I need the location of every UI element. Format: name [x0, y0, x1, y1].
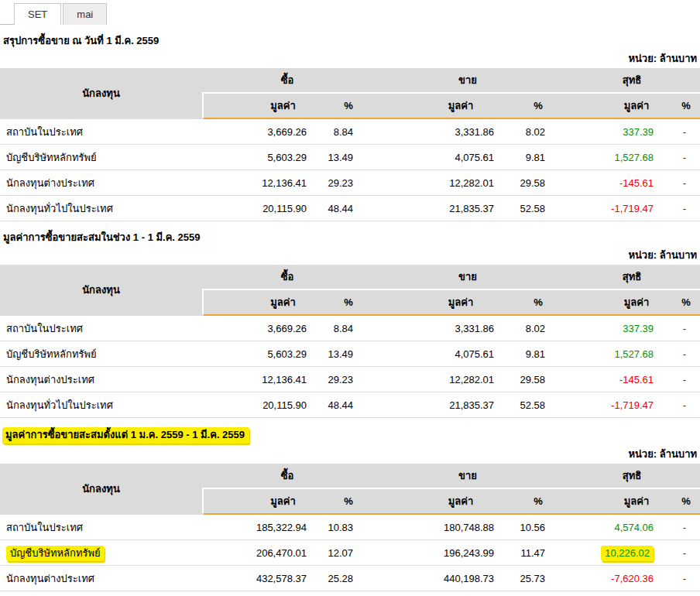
net-percent-cell: - [672, 514, 700, 540]
buy-value-cell: 12,136.41 [203, 367, 325, 392]
net-percent-cell: - [672, 566, 700, 591]
sections: สรุปการซื้อขาย ณ วันที่ 1 มี.ค. 2559 หน่… [0, 34, 700, 596]
col-header-net-percent: % [672, 488, 700, 514]
unit-label: หน่วย: ล้านบาท [0, 249, 697, 262]
investor-type-cell: นักลงทุนทั่วไปในประเทศ [0, 591, 203, 596]
net-value-cell: -1,719.47 [564, 392, 672, 418]
investor-type-cell: สถาบันในประเทศ [0, 118, 203, 145]
investor-type-cell: นักลงทุนทั่วไปในประเทศ [0, 196, 203, 221]
col-header-sell-value: มูลค่า [372, 93, 513, 118]
table-header: นักลงทุน ซื้อ ขาย สุทธิ มูลค่า % มูลค่า … [0, 464, 700, 514]
sell-value-cell: 3,331.86 [372, 118, 513, 145]
tab-bar: SET mai [0, 2, 700, 25]
net-percent-cell: - [672, 145, 700, 170]
net-value-cell: 4,574.06 [564, 514, 672, 540]
col-header-net: สุทธิ [564, 464, 700, 488]
table-row: สถาบันในประเทศ 3,669.26 8.84 3,331.86 8.… [0, 315, 700, 341]
col-header-net-value: มูลค่า [564, 488, 672, 514]
sell-value-cell: 180,748.88 [372, 514, 513, 540]
investor-trading-table: นักลงทุน ซื้อ ขาย สุทธิ มูลค่า % มูลค่า … [0, 464, 700, 596]
buy-value-cell: 185,322.94 [203, 514, 325, 540]
trading-summary-section: มูลค่าการซื้อขายสะสมในช่วง 1 - 1 มี.ค. 2… [0, 231, 700, 418]
investor-type-text: นักลงทุนต่างประเทศ [6, 573, 94, 584]
buy-percent-cell: 48.44 [325, 196, 372, 221]
investor-type-text: นักลงทุนต่างประเทศ [6, 374, 94, 385]
table-row: นักลงทุนต่างประเทศ 12,136.41 29.23 12,28… [0, 170, 700, 196]
buy-value-cell: 432,578.37 [203, 566, 325, 591]
investor-type-text: สถาบันในประเทศ [6, 126, 83, 138]
buy-percent-cell: 8.84 [325, 315, 372, 341]
sell-percent-cell: 8.02 [513, 118, 564, 145]
unit-label: หน่วย: ล้านบาท [0, 53, 697, 65]
col-header-sell-percent: % [513, 488, 564, 514]
table-body: สถาบันในประเทศ 3,669.26 8.84 3,331.86 8.… [0, 118, 700, 221]
col-header-net-value: มูลค่า [564, 93, 672, 118]
table-row: บัญชีบริษัทหลักทรัพย์ 5,603.29 13.49 4,0… [0, 341, 700, 367]
table-row: สถาบันในประเทศ 3,669.26 8.84 3,331.86 8.… [0, 118, 700, 145]
net-value-cell: 337.39 [564, 315, 672, 341]
tab-set[interactable]: SET [14, 3, 61, 25]
net-percent-cell: - [672, 118, 700, 145]
table-row: นักลงทุนทั่วไปในประเทศ 886,666.82 51.82 … [0, 591, 700, 596]
investor-type-text: นักลงทุนทั่วไปในประเทศ [6, 399, 113, 411]
col-header-sell: ขาย [372, 68, 564, 93]
sell-percent-cell: 8.02 [513, 315, 564, 341]
section-title: สรุปการซื้อขาย ณ วันที่ 1 มี.ค. 2559 [3, 34, 700, 48]
net-value-text: -7,620.36 [611, 573, 654, 584]
net-percent-cell: - [672, 367, 700, 392]
sell-percent-cell: 25.73 [513, 566, 564, 591]
sell-value-cell: 196,243.99 [372, 540, 513, 566]
unit-label: หน่วย: ล้านบาท [0, 448, 697, 461]
net-percent-cell: - [672, 591, 700, 596]
col-header-sell-percent: % [513, 289, 564, 315]
table-row: นักลงทุนต่างประเทศ 12,136.41 29.23 12,28… [0, 367, 700, 392]
col-header-buy: ซื้อ [203, 464, 372, 488]
sell-percent-cell: 52.58 [513, 196, 564, 221]
section-title-text: มูลค่าการซื้อขายสะสมในช่วง 1 - 1 มี.ค. 2… [3, 231, 201, 245]
table-row: สถาบันในประเทศ 185,322.94 10.83 180,748.… [0, 514, 700, 540]
col-header-net: สุทธิ [564, 68, 700, 93]
table-header: นักลงทุน ซื้อ ขาย สุทธิ มูลค่า % มูลค่า … [0, 265, 700, 315]
investor-type-text: นักลงทุนต่างประเทศ [6, 177, 94, 189]
section-title-text: สรุปการซื้อขาย ณ วันที่ 1 มี.ค. 2559 [3, 34, 159, 48]
sell-percent-cell: 9.81 [513, 341, 564, 367]
net-value-cell: -7,620.36 [564, 566, 672, 591]
col-header-buy: ซื้อ [203, 265, 372, 289]
sell-value-cell: 21,835.37 [372, 392, 513, 418]
net-value-text: -1,719.47 [611, 399, 654, 411]
net-value-text: -1,719.47 [611, 203, 654, 214]
buy-percent-cell: 51.82 [325, 591, 372, 596]
sell-value-cell: 12,282.01 [372, 367, 513, 392]
investor-type-text: นักลงทุนทั่วไปในประเทศ [6, 203, 113, 214]
investor-type-text: บัญชีบริษัทหลักทรัพย์ [6, 546, 105, 561]
trading-summary-section: สรุปการซื้อขาย ณ วันที่ 1 มี.ค. 2559 หน่… [0, 34, 700, 221]
sell-percent-cell: 9.81 [513, 145, 564, 170]
table-row: นักลงทุนทั่วไปในประเทศ 20,115.90 48.44 2… [0, 196, 700, 221]
investor-type-text: สถาบันในประเทศ [6, 522, 83, 533]
sell-value-cell: 12,282.01 [372, 170, 513, 196]
col-header-buy-value: มูลค่า [203, 289, 325, 315]
buy-value-cell: 3,669.26 [203, 118, 325, 145]
net-percent-cell: - [672, 540, 700, 566]
buy-percent-cell: 13.49 [325, 145, 372, 170]
sell-percent-cell: 10.56 [513, 514, 564, 540]
net-value-text: 4,574.06 [614, 522, 654, 533]
col-header-net-percent: % [672, 93, 700, 118]
net-value-cell: 337.39 [564, 118, 672, 145]
buy-value-cell: 5,603.29 [203, 145, 325, 170]
buy-percent-cell: 12.07 [325, 540, 372, 566]
buy-value-cell: 886,666.82 [203, 591, 325, 596]
sell-value-cell: 440,198.73 [372, 566, 513, 591]
buy-percent-cell: 13.49 [325, 341, 372, 367]
sell-value-cell: 4,075.61 [372, 341, 513, 367]
tab-bar-left-spacer [0, 3, 14, 25]
col-header-buy-value: มูลค่า [203, 488, 325, 514]
sell-percent-cell: 29.58 [513, 367, 564, 392]
buy-percent-cell: 25.28 [325, 566, 372, 591]
table-row: บัญชีบริษัทหลักทรัพย์ 5,603.29 13.49 4,0… [0, 145, 700, 170]
tab-mai[interactable]: mai [63, 3, 107, 25]
investor-type-cell: สถาบันในประเทศ [0, 315, 203, 341]
buy-value-cell: 12,136.41 [203, 170, 325, 196]
investor-type-cell: นักลงทุนต่างประเทศ [0, 566, 203, 591]
investor-type-cell: สถาบันในประเทศ [0, 514, 203, 540]
